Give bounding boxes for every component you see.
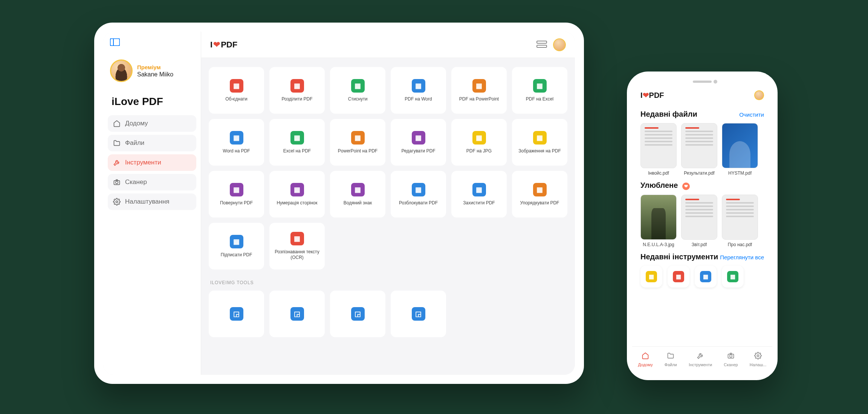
- tool-label: Розпізнавання тексту (OCR): [272, 249, 322, 260]
- file-item[interactable]: Результати.pdf: [681, 123, 717, 176]
- sidebar-item-camera[interactable]: Сканер: [108, 174, 196, 190]
- file-item[interactable]: Звіт.pdf: [681, 195, 717, 247]
- avatar-small[interactable]: [553, 38, 566, 51]
- username: Sakane Miiko: [137, 71, 173, 78]
- tool-icon: ▦: [290, 79, 304, 93]
- tab-folder[interactable]: Файли: [665, 352, 677, 367]
- phone-body[interactable]: Недавні файли Очистити Інвойс.pdfРезульт…: [632, 105, 772, 346]
- sidebar-toggle-icon[interactable]: [108, 38, 196, 48]
- tool-card[interactable]: ▦Розділити PDF: [269, 67, 325, 114]
- tool-card[interactable]: ▦Нумерація сторінок: [269, 171, 325, 218]
- tool-icon: ▦: [290, 183, 304, 196]
- svg-point-7: [757, 355, 759, 356]
- recent-files-row[interactable]: Інвойс.pdfРезультати.pdfHYSTM.pdf: [640, 123, 764, 176]
- tool-icon: ◲: [230, 307, 243, 321]
- avatar-small[interactable]: [754, 90, 764, 100]
- profile-block[interactable]: Преміум Sakane Miiko: [108, 57, 196, 84]
- recent-tools-header: Недавні інструменти Переглянути все: [640, 253, 764, 261]
- tool-card[interactable]: ▦PDF на JPG: [451, 119, 507, 166]
- tool-label: PowerPoint на PDF: [338, 148, 377, 154]
- tool-card[interactable]: ▦Зображення на PDF: [512, 119, 567, 166]
- file-item[interactable]: [763, 123, 764, 176]
- folder-icon: [667, 352, 674, 361]
- tool-card[interactable]: ▦PDF на PowerPoint: [451, 67, 507, 114]
- file-item[interactable]: N.E.U.L.A-3.jpg: [640, 195, 677, 247]
- file-thumbnail: [681, 195, 717, 240]
- tab-label: Сканер: [724, 362, 738, 367]
- img-tool-card[interactable]: ◲: [330, 291, 385, 337]
- sidebar-item-folder[interactable]: Файли: [108, 135, 196, 151]
- tool-card[interactable]: ▦Розблокувати PDF: [391, 171, 446, 218]
- tool-card[interactable]: ▦PDF на Excel: [512, 67, 567, 114]
- tab-camera[interactable]: Сканер: [724, 352, 738, 367]
- tool-label: Підписати PDF: [221, 252, 252, 258]
- favorites-row[interactable]: N.E.U.L.A-3.jpgЗвіт.pdfПро нас.pdf: [640, 195, 764, 247]
- svg-point-6: [730, 355, 732, 357]
- tab-wrench[interactable]: Інструменти: [689, 352, 712, 367]
- home-icon: [642, 352, 649, 361]
- file-label: Про нас.pdf: [728, 242, 752, 247]
- view-all-tools-button[interactable]: Переглянути все: [720, 254, 764, 260]
- tool-card[interactable]: ▦Захистити PDF: [451, 171, 507, 218]
- phone-notch: [668, 77, 736, 87]
- sidebar-item-label: Додому: [125, 120, 148, 127]
- view-toggle-button[interactable]: [536, 41, 547, 49]
- tool-label: Захистити PDF: [463, 200, 495, 206]
- recent-files-title: Недавні файли: [640, 110, 697, 119]
- tool-icon: ▦: [533, 131, 547, 145]
- tab-home[interactable]: Додому: [638, 352, 653, 367]
- sidebar-item-label: Файли: [125, 139, 144, 147]
- img-tool-card[interactable]: ◲: [209, 291, 264, 337]
- tool-card[interactable]: ▦Підписати PDF: [209, 223, 264, 269]
- tool-card[interactable]: ▦Упорядкувати PDF: [512, 171, 567, 218]
- clear-recent-button[interactable]: Очистити: [739, 111, 764, 118]
- tool-card[interactable]: ▦Word на PDF: [209, 119, 264, 166]
- tool-label: PDF на PowerPoint: [459, 96, 499, 102]
- app-title: iLove PDF: [108, 96, 196, 115]
- tool-card[interactable]: ▦Водяний знак: [330, 171, 385, 218]
- file-item[interactable]: Інвойс.pdf: [640, 123, 677, 176]
- tool-label: Стиснути: [348, 96, 368, 102]
- tool-card[interactable]: ▦Розпізнавання тексту (OCR): [269, 223, 325, 269]
- file-label: HYSTM.pdf: [728, 170, 752, 176]
- tool-card[interactable]: ▦Об›єднати: [209, 67, 264, 114]
- tool-icon: ◲: [412, 307, 425, 321]
- tools-scroll-area[interactable]: ▦Об›єднати▦Розділити PDF▦Стиснути▦PDF на…: [201, 58, 575, 375]
- home-icon: [113, 120, 121, 127]
- tool-icon: ▦: [700, 271, 711, 282]
- tab-gear[interactable]: Налаш...: [750, 352, 767, 367]
- tool-card[interactable]: ▦Excel на PDF: [269, 119, 325, 166]
- tool-label: Об›єднати: [225, 96, 248, 102]
- tool-card[interactable]: ▦Редагувати PDF: [391, 119, 446, 166]
- sidebar-item-label: Налаштування: [125, 198, 170, 205]
- tool-icon: ▦: [412, 131, 425, 145]
- recent-tool-item[interactable]: ▦: [722, 266, 744, 288]
- tool-label: PDF на Word: [405, 96, 432, 102]
- phone-device-frame: I❤PDF Недавні файли Очистити Інвойс.pdfР…: [627, 72, 778, 380]
- tool-card[interactable]: ▦Повернути PDF: [209, 171, 264, 218]
- tab-label: Додому: [638, 362, 653, 367]
- img-tool-card[interactable]: ◲: [269, 291, 325, 337]
- img-tool-card[interactable]: ◲: [391, 291, 446, 337]
- folder-icon: [113, 139, 121, 147]
- camera-icon: [727, 352, 735, 361]
- sidebar-item-gear[interactable]: Налаштування: [108, 193, 196, 210]
- sidebar-item-wrench[interactable]: Інструменти: [108, 154, 196, 171]
- tab-label: Файли: [665, 362, 677, 367]
- recent-tool-item[interactable]: ▦: [640, 266, 662, 288]
- file-item[interactable]: Про нас.pdf: [722, 195, 758, 247]
- recent-tool-item[interactable]: ▦: [695, 266, 717, 288]
- tool-icon: ▦: [472, 79, 486, 93]
- heart-icon: ❤: [213, 40, 220, 50]
- file-item[interactable]: HYSTM.pdf: [722, 123, 758, 176]
- tool-label: PDF на JPG: [466, 148, 492, 154]
- sidebar-item-home[interactable]: Додому: [108, 115, 196, 132]
- tool-card[interactable]: ▦PDF на Word: [391, 67, 446, 114]
- tool-card[interactable]: ▦Стиснути: [330, 67, 385, 114]
- tool-label: Водяний знак: [344, 200, 372, 206]
- tool-label: Розблокувати PDF: [399, 200, 438, 206]
- recent-tool-item[interactable]: ▦: [668, 266, 689, 288]
- file-item[interactable]: [763, 195, 764, 247]
- file-thumbnail: [722, 195, 758, 240]
- tool-card[interactable]: ▦PowerPoint на PDF: [330, 119, 385, 166]
